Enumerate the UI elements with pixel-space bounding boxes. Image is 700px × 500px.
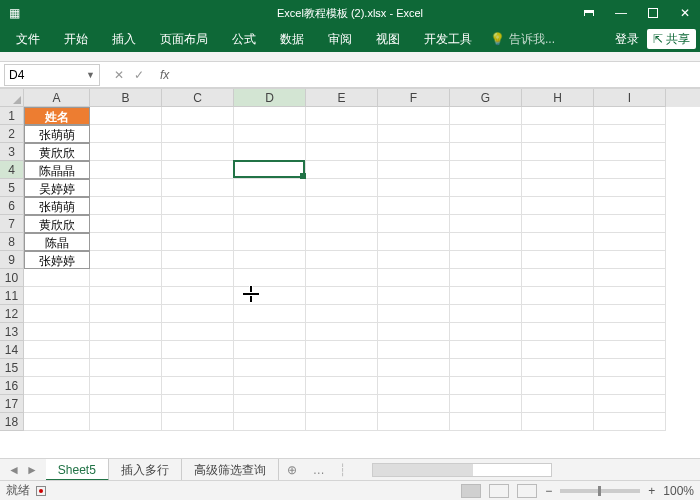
cell-B14[interactable] — [90, 341, 162, 359]
cell-D13[interactable] — [234, 323, 306, 341]
cell-D15[interactable] — [234, 359, 306, 377]
cell-D6[interactable] — [234, 197, 306, 215]
cell-F4[interactable] — [378, 161, 450, 179]
cell-D14[interactable] — [234, 341, 306, 359]
cell-I15[interactable] — [594, 359, 666, 377]
cell-G5[interactable] — [450, 179, 522, 197]
cell-E12[interactable] — [306, 305, 378, 323]
cell-H16[interactable] — [522, 377, 594, 395]
cell-G9[interactable] — [450, 251, 522, 269]
cell-F15[interactable] — [378, 359, 450, 377]
col-header-I[interactable]: I — [594, 89, 666, 107]
cell-G3[interactable] — [450, 143, 522, 161]
row-header-16[interactable]: 16 — [0, 377, 24, 395]
ribbon-tab-插入[interactable]: 插入 — [100, 26, 148, 52]
cell-C7[interactable] — [162, 215, 234, 233]
cell-E3[interactable] — [306, 143, 378, 161]
cell-B4[interactable] — [90, 161, 162, 179]
cell-B7[interactable] — [90, 215, 162, 233]
cell-H2[interactable] — [522, 125, 594, 143]
cell-A2[interactable]: 张萌萌 — [24, 125, 90, 143]
cell-D7[interactable] — [234, 215, 306, 233]
cell-D1[interactable] — [234, 107, 306, 125]
cell-B13[interactable] — [90, 323, 162, 341]
cell-C13[interactable] — [162, 323, 234, 341]
cell-E11[interactable] — [306, 287, 378, 305]
cell-A16[interactable] — [24, 377, 90, 395]
zoom-out-button[interactable]: − — [545, 484, 552, 498]
row-header-17[interactable]: 17 — [0, 395, 24, 413]
cell-A12[interactable] — [24, 305, 90, 323]
cell-I18[interactable] — [594, 413, 666, 431]
cell-A8[interactable]: 陈晶 — [24, 233, 90, 251]
cell-H17[interactable] — [522, 395, 594, 413]
row-header-10[interactable]: 10 — [0, 269, 24, 287]
cell-E4[interactable] — [306, 161, 378, 179]
sheet-tab-Sheet5[interactable]: Sheet5 — [46, 459, 109, 481]
cell-C1[interactable] — [162, 107, 234, 125]
row-header-4[interactable]: 4 — [0, 161, 24, 179]
row-header-9[interactable]: 9 — [0, 251, 24, 269]
cell-D8[interactable] — [234, 233, 306, 251]
cell-E17[interactable] — [306, 395, 378, 413]
cell-G14[interactable] — [450, 341, 522, 359]
row-header-15[interactable]: 15 — [0, 359, 24, 377]
cell-F9[interactable] — [378, 251, 450, 269]
cell-E9[interactable] — [306, 251, 378, 269]
ribbon-tab-文件[interactable]: 文件 — [4, 26, 52, 52]
ribbon-tab-页面布局[interactable]: 页面布局 — [148, 26, 220, 52]
cell-E16[interactable] — [306, 377, 378, 395]
cell-I13[interactable] — [594, 323, 666, 341]
cell-I1[interactable] — [594, 107, 666, 125]
cell-D10[interactable] — [234, 269, 306, 287]
cell-D9[interactable] — [234, 251, 306, 269]
cell-G15[interactable] — [450, 359, 522, 377]
cell-D12[interactable] — [234, 305, 306, 323]
cell-H12[interactable] — [522, 305, 594, 323]
cell-C6[interactable] — [162, 197, 234, 215]
cell-E14[interactable] — [306, 341, 378, 359]
cell-D5[interactable] — [234, 179, 306, 197]
row-header-12[interactable]: 12 — [0, 305, 24, 323]
cell-D2[interactable] — [234, 125, 306, 143]
cell-H3[interactable] — [522, 143, 594, 161]
cell-A7[interactable]: 黄欣欣 — [24, 215, 90, 233]
cell-C15[interactable] — [162, 359, 234, 377]
cell-F2[interactable] — [378, 125, 450, 143]
cell-B5[interactable] — [90, 179, 162, 197]
col-header-E[interactable]: E — [306, 89, 378, 107]
cell-D3[interactable] — [234, 143, 306, 161]
cell-H10[interactable] — [522, 269, 594, 287]
enter-formula-icon[interactable]: ✓ — [134, 68, 144, 82]
close-button[interactable]: ✕ — [670, 0, 700, 26]
cell-G8[interactable] — [450, 233, 522, 251]
row-header-5[interactable]: 5 — [0, 179, 24, 197]
cell-C3[interactable] — [162, 143, 234, 161]
cell-B10[interactable] — [90, 269, 162, 287]
row-header-6[interactable]: 6 — [0, 197, 24, 215]
cell-E10[interactable] — [306, 269, 378, 287]
row-header-14[interactable]: 14 — [0, 341, 24, 359]
row-header-1[interactable]: 1 — [0, 107, 24, 125]
cell-G4[interactable] — [450, 161, 522, 179]
cell-I5[interactable] — [594, 179, 666, 197]
maximize-button[interactable] — [638, 0, 668, 26]
cell-H13[interactable] — [522, 323, 594, 341]
cell-D11[interactable] — [234, 287, 306, 305]
formula-bar[interactable] — [175, 64, 700, 86]
row-header-8[interactable]: 8 — [0, 233, 24, 251]
cell-B16[interactable] — [90, 377, 162, 395]
page-layout-view-button[interactable] — [489, 484, 509, 498]
col-header-A[interactable]: A — [24, 89, 90, 107]
cell-B8[interactable] — [90, 233, 162, 251]
cell-F8[interactable] — [378, 233, 450, 251]
cell-A11[interactable] — [24, 287, 90, 305]
cell-G13[interactable] — [450, 323, 522, 341]
name-box-dropdown-icon[interactable]: ▼ — [86, 70, 95, 80]
cell-G2[interactable] — [450, 125, 522, 143]
ribbon-tab-公式[interactable]: 公式 — [220, 26, 268, 52]
cell-H9[interactable] — [522, 251, 594, 269]
cell-E13[interactable] — [306, 323, 378, 341]
cell-H11[interactable] — [522, 287, 594, 305]
cell-H5[interactable] — [522, 179, 594, 197]
